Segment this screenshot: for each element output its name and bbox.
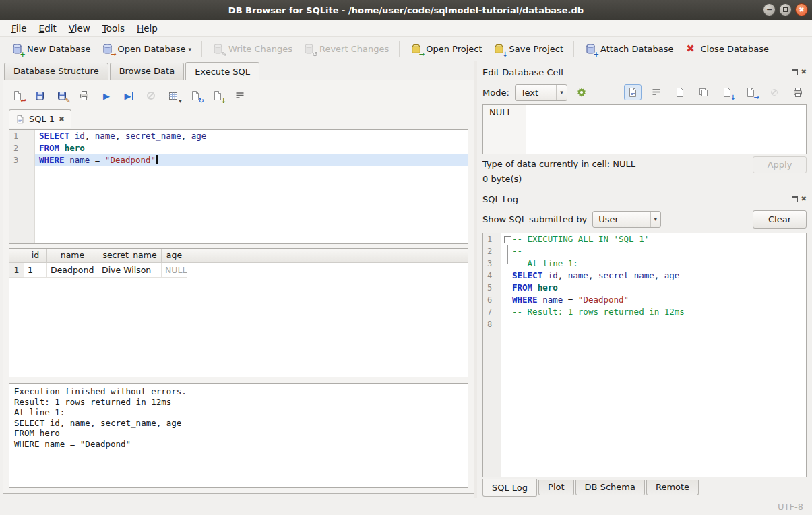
toolbar-separator [399, 41, 400, 57]
open-database-button[interactable]: → Open Database ▾ [96, 40, 197, 58]
cell-info: Type of data currently in cell: NULL 0 b… [482, 154, 807, 191]
fold-marker-icon[interactable] [503, 233, 512, 245]
attach-database-button[interactable]: + Attach Database [579, 40, 679, 58]
open-database-icon: → [102, 43, 114, 55]
cell-value-editor[interactable]: NULL [482, 104, 807, 154]
text-view-button[interactable] [624, 84, 642, 100]
open-query-tab-button[interactable]: ▾ [164, 88, 182, 104]
submitted-by-select[interactable]: User ▾ [592, 211, 661, 228]
open-project-button[interactable]: → Open Project [404, 40, 487, 58]
execute-all-button[interactable]: ▶ [98, 88, 115, 104]
word-wrap-icon [234, 90, 246, 102]
mode-select[interactable]: Text ▾ [515, 84, 567, 101]
print-button[interactable] [75, 88, 93, 104]
code-line: SELECT id, name, secret_name, age [501, 270, 806, 282]
tab-browse-data[interactable]: Browse Data [110, 63, 185, 80]
execute-all-icon: ▶ [100, 90, 113, 102]
export-data-button[interactable]: → [742, 84, 759, 100]
table-row: 11DeadpondDive WilsonNULL [9, 263, 468, 278]
column-header-id[interactable]: id [24, 249, 47, 263]
tab-database-structure[interactable]: Database Structure [4, 63, 108, 80]
execute-line-button[interactable]: ▶ [120, 88, 137, 104]
edit-cell-dock-header: Edit Database Cell ✖ [482, 64, 807, 80]
json-view-button[interactable] [671, 84, 689, 100]
revert-changes-label: Revert Changes [319, 44, 389, 54]
word-wrap-icon [650, 86, 662, 98]
tab-execute-sql[interactable]: Execute SQL [185, 62, 259, 80]
close-database-icon: ✖ [684, 43, 696, 55]
editor-code: SELECT id, name, secret_name, ageFROM he… [35, 130, 468, 243]
line-number: 8 [483, 318, 501, 330]
line-number: 4 [483, 270, 501, 282]
save-sql-as-button[interactable]: ✎ [53, 88, 71, 104]
menu-file[interactable]: File [5, 21, 33, 36]
menu-view[interactable]: View [63, 21, 96, 36]
auto-mode-button[interactable] [573, 84, 590, 100]
maximize-button[interactable] [779, 3, 792, 16]
revert-changes-button[interactable]: ↺ Revert Changes [298, 40, 394, 58]
edit-cell-title: Edit Database Cell [482, 67, 563, 78]
code-line [501, 318, 806, 330]
save-results-icon: ↓ [212, 90, 224, 102]
open-database-dropdown-icon[interactable]: ▾ [188, 46, 191, 53]
close-database-button[interactable]: ✖ Close Database [679, 40, 774, 58]
save-project-button[interactable]: ↓ Save Project [488, 40, 569, 58]
minimize-button[interactable]: − [763, 3, 776, 16]
save-sql-file-button[interactable] [31, 88, 49, 104]
dock-tab-sql-log[interactable]: SQL Log [482, 479, 537, 497]
table-cell[interactable]: 1 [24, 263, 47, 278]
menu-help[interactable]: Help [131, 21, 164, 36]
word-wrap-button[interactable] [648, 84, 665, 100]
stop-button[interactable] [142, 88, 160, 104]
open-sql-file-button[interactable]: ↩ [9, 88, 26, 104]
cell-editor-icons: ↓→ [624, 84, 807, 100]
close-dock-icon[interactable]: ✖ [801, 195, 807, 202]
attach-database-label: Attach Database [600, 44, 673, 54]
word-wrap-button[interactable] [231, 88, 249, 104]
submitted-by-value: User [598, 214, 619, 224]
close-dock-icon[interactable]: ✖ [801, 69, 807, 75]
open-project-label: Open Project [426, 44, 482, 54]
column-header-secret_name[interactable]: secret_name [98, 249, 162, 263]
results-grid[interactable]: idnamesecret_nameage11DeadpondDive Wilso… [9, 248, 468, 377]
copy-button[interactable] [695, 84, 712, 100]
clear-button[interactable]: Clear [753, 210, 807, 229]
column-header-filler [187, 249, 468, 263]
sql-editor[interactable]: 123 SELECT id, name, secret_name, ageFRO… [9, 129, 468, 244]
open-query-tab-icon: ▾ [167, 90, 179, 102]
set-null-button[interactable] [766, 84, 783, 100]
column-header-name[interactable]: name [47, 249, 98, 263]
export-csv-button[interactable]: ↻ [187, 88, 204, 104]
mode-label: Mode: [482, 88, 509, 98]
dock-tab-db-schema[interactable]: DB Schema [575, 480, 645, 495]
print-icon [78, 90, 90, 102]
close-button[interactable]: ✖ [795, 3, 808, 16]
dock-tab-remote[interactable]: Remote [646, 480, 699, 495]
float-dock-icon[interactable] [792, 69, 798, 75]
apply-button[interactable]: Apply [753, 156, 807, 173]
menu-tools[interactable]: Tools [96, 21, 131, 36]
dock-tab-plot[interactable]: Plot [538, 480, 574, 495]
menu-edit[interactable]: Edit [33, 21, 63, 36]
new-database-button[interactable]: + New Database [5, 40, 96, 58]
save-results-button[interactable]: ↓ [209, 88, 226, 104]
sql-query-tab[interactable]: SQL 1 ✖ [9, 109, 71, 128]
right-pane: Edit Database Cell ✖ Mode: Text ▾ ↓→ NUL [477, 61, 812, 498]
import-data-button[interactable]: ↓ [718, 84, 736, 100]
encoding-indicator: UTF-8 [778, 502, 803, 512]
table-cell[interactable]: Deadpond [47, 263, 98, 278]
line-number: 1 [483, 233, 501, 245]
row-header[interactable]: 1 [9, 263, 24, 278]
app-window: DB Browser for SQLite - /home/user/code/… [0, 0, 812, 515]
float-dock-icon[interactable] [792, 196, 798, 202]
write-changes-button[interactable]: ✎ Write Changes [207, 40, 298, 58]
table-cell[interactable]: NULL [162, 263, 187, 278]
print-button[interactable] [789, 84, 807, 100]
table-cell[interactable]: Dive Wilson [98, 263, 162, 278]
column-header-age[interactable]: age [162, 249, 187, 263]
close-tab-icon[interactable]: ✖ [59, 115, 64, 123]
write-changes-label: Write Changes [228, 44, 292, 54]
titlebar[interactable]: DB Browser for SQLite - /home/user/code/… [0, 0, 812, 20]
sql-log-view[interactable]: 12345678 -- EXECUTING ALL IN 'SQL 1'----… [482, 233, 807, 477]
code-line: -- Result: 1 rows returned in 12ms [501, 306, 806, 318]
